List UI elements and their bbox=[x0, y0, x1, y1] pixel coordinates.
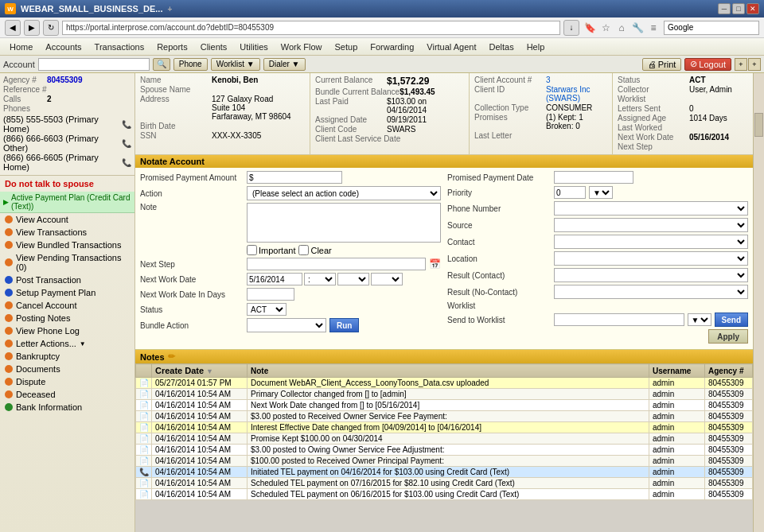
sidebar-item-11[interactable]: Documents bbox=[0, 363, 134, 375]
result-contact-select[interactable] bbox=[554, 268, 748, 282]
home-icon[interactable]: ⌂ bbox=[614, 21, 629, 35]
promised-amount-input[interactable] bbox=[247, 171, 342, 184]
sidebar-item-13[interactable]: Deceased bbox=[0, 388, 134, 401]
worklist-dropdown[interactable]: ▼ bbox=[688, 313, 711, 326]
hour-select[interactable]: : bbox=[304, 273, 336, 285]
nav-virtual-agent[interactable]: Virtual Agent bbox=[420, 41, 482, 53]
col-agency: Agency # bbox=[705, 364, 753, 378]
phone-button[interactable]: Phone bbox=[173, 58, 208, 71]
tools-icon[interactable]: 🔧 bbox=[630, 21, 645, 35]
go-button[interactable]: ↓ bbox=[563, 20, 579, 36]
client-account: 3 bbox=[546, 76, 551, 84]
note-textarea[interactable] bbox=[247, 203, 441, 243]
apply-button[interactable]: Apply bbox=[708, 329, 748, 344]
action-select[interactable]: (Please select an action code) bbox=[247, 186, 441, 200]
location-select[interactable] bbox=[554, 251, 748, 266]
ampm-select[interactable] bbox=[371, 273, 403, 285]
col-note: Note bbox=[248, 364, 649, 378]
sidebar-item-5[interactable]: Setup Payment Plan bbox=[0, 286, 134, 299]
nav-accounts[interactable]: Accounts bbox=[39, 41, 88, 53]
account-search-input[interactable] bbox=[38, 58, 150, 71]
sidebar-item-3[interactable]: View Pending Transactions (0) bbox=[0, 251, 134, 274]
row-icon-cell: 📄 bbox=[136, 422, 152, 433]
phone-number-label: Phone Number bbox=[447, 204, 551, 213]
important-checkbox[interactable] bbox=[247, 245, 257, 255]
logout-button[interactable]: ⊘ Logout bbox=[684, 58, 731, 71]
priority-select[interactable]: ▼ bbox=[589, 186, 613, 199]
next-step-calendar-icon[interactable]: 📅 bbox=[429, 258, 441, 270]
minute-select[interactable] bbox=[337, 273, 369, 285]
source-select[interactable] bbox=[554, 218, 748, 232]
sidebar-item-9[interactable]: Letter Actions...▼ bbox=[0, 337, 134, 350]
back-button[interactable]: ◀ bbox=[5, 20, 21, 36]
sidebar-item-0[interactable]: View Account bbox=[0, 213, 134, 226]
account-bar: Account 🔍 Phone Worklist ▼ Dialer ▼ 🖨 Pr… bbox=[0, 56, 764, 73]
sidebar-dot-icon bbox=[5, 301, 13, 309]
row-note: Scheduled TEL payment on 07/16/2015 for … bbox=[248, 478, 649, 489]
priority-input[interactable] bbox=[554, 186, 586, 199]
account-search-button[interactable]: 🔍 bbox=[153, 58, 170, 71]
sidebar-item-4[interactable]: Post Transaction bbox=[0, 274, 134, 286]
sidebar-item-12[interactable]: Dispute bbox=[0, 375, 134, 388]
table-row: 📄 04/16/2014 10:54 AM $3.00 posted to Re… bbox=[136, 411, 753, 422]
next-step-input[interactable] bbox=[247, 258, 426, 270]
sidebar-item-1[interactable]: View Transactions bbox=[0, 226, 134, 239]
collection-type: CONSUMER bbox=[546, 103, 592, 112]
print-button[interactable]: 🖨 Print bbox=[642, 58, 682, 71]
result-nocontact-select[interactable] bbox=[554, 285, 748, 299]
row-agency: 80455309 bbox=[705, 400, 753, 411]
dialer-button[interactable]: Dialer ▼ bbox=[263, 58, 306, 71]
promised-date-input[interactable] bbox=[554, 171, 633, 184]
nav-transactions[interactable]: Transactions bbox=[88, 41, 151, 53]
sidebar-item-6[interactable]: Cancel Account bbox=[0, 299, 134, 312]
expand-icon[interactable]: + bbox=[735, 58, 747, 71]
run-button[interactable]: Run bbox=[329, 318, 359, 332]
send-to-worklist-input[interactable] bbox=[554, 313, 684, 326]
row-icon-cell: 📞 bbox=[136, 467, 152, 478]
sidebar-item-14[interactable]: Bank Information bbox=[0, 401, 134, 414]
sidebar-item-8[interactable]: View Phone Log bbox=[0, 324, 134, 337]
nav-help[interactable]: Help bbox=[520, 41, 552, 53]
next-work-days-input[interactable] bbox=[247, 288, 294, 301]
col-icon bbox=[136, 364, 152, 378]
sidebar-item-label: Posting Notes bbox=[16, 313, 70, 323]
menu-icon[interactable]: ≡ bbox=[646, 21, 661, 35]
active-payment-plan[interactable]: ▶ Active Payment Plan (Credit Card (Text… bbox=[0, 192, 134, 213]
bundle-action-select[interactable] bbox=[247, 318, 326, 332]
maximize-button[interactable]: □ bbox=[732, 3, 745, 14]
nav-deltas[interactable]: Deltas bbox=[482, 41, 520, 53]
sidebar-dot-icon bbox=[5, 228, 13, 236]
nav-home[interactable]: Home bbox=[3, 41, 39, 53]
contact-select[interactable] bbox=[554, 235, 748, 249]
bookmark-icon[interactable]: 🔖 bbox=[583, 21, 597, 35]
sidebar-dot-icon bbox=[5, 340, 13, 348]
clear-checkbox[interactable] bbox=[298, 245, 309, 255]
worklist-button[interactable]: Worklist ▼ bbox=[211, 58, 260, 71]
minimize-button[interactable]: ─ bbox=[718, 3, 731, 14]
send-button[interactable]: Send bbox=[715, 313, 748, 327]
nav-utilities[interactable]: Utilities bbox=[233, 41, 274, 53]
forward-button[interactable]: ▶ bbox=[24, 20, 40, 36]
row-date: 04/16/2014 10:54 AM bbox=[152, 400, 248, 411]
sidebar-item-7[interactable]: Posting Notes bbox=[0, 312, 134, 324]
phone-number-select[interactable] bbox=[554, 201, 748, 216]
nav-setup[interactable]: Setup bbox=[329, 41, 364, 53]
sidebar-item-10[interactable]: Bankruptcy bbox=[0, 350, 134, 363]
close-button[interactable]: ✕ bbox=[746, 3, 759, 14]
url-input[interactable] bbox=[62, 21, 560, 35]
notes-table-wrap[interactable]: Create Date ▼ Note Username Agency # 📄 0… bbox=[135, 363, 753, 532]
refresh-button[interactable]: ↻ bbox=[43, 20, 59, 36]
sidebar-item-2[interactable]: View Bundled Transactions bbox=[0, 239, 134, 251]
nav-workflow[interactable]: Work Flow bbox=[275, 41, 329, 53]
nav-reports[interactable]: Reports bbox=[150, 41, 194, 53]
sidebar-item-label: Post Transaction bbox=[16, 275, 81, 285]
search-input[interactable] bbox=[664, 21, 759, 35]
status-select[interactable]: ACT bbox=[247, 303, 286, 316]
star-icon[interactable]: ☆ bbox=[598, 21, 613, 35]
row-note: Scheduled TEL payment on 06/16/2015 for … bbox=[248, 489, 649, 500]
expand2-icon[interactable]: + bbox=[748, 58, 761, 71]
right-scrollbar[interactable] bbox=[753, 73, 764, 532]
nav-clients[interactable]: Clients bbox=[194, 41, 234, 53]
next-work-date-input[interactable] bbox=[247, 273, 302, 285]
nav-forwarding[interactable]: Forwarding bbox=[364, 41, 420, 53]
